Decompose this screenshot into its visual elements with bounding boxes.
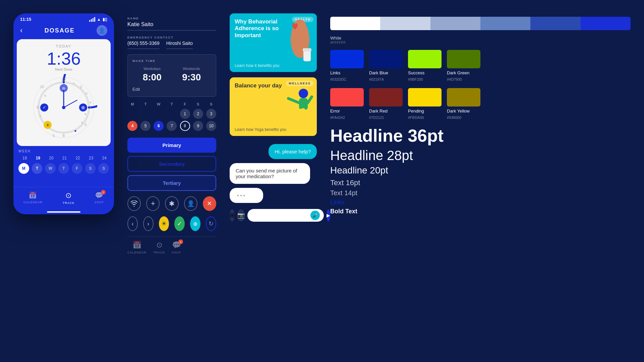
color-strip (330, 17, 631, 30)
strip-white (330, 17, 380, 30)
dark-green-swatch-hex: #4D7900 (447, 77, 480, 81)
cal-cell-5[interactable]: 5 (140, 121, 151, 131)
type-headline-36: Headline 36pt (330, 126, 631, 145)
typography-section: Headline 36pt Headline 28pt Headline 20p… (330, 126, 631, 215)
battery-icon: ▮▯ (103, 17, 107, 22)
qr-icon-btn[interactable]: ⊞ (230, 209, 235, 221)
svg-line-41 (308, 97, 312, 103)
dark-yellow-swatch-hex: #938000 (447, 116, 480, 120)
avatar[interactable]: 👤 (97, 25, 107, 36)
tab-track[interactable]: ⊙ TRACK (153, 241, 165, 254)
edit-label[interactable]: Edit (132, 87, 211, 92)
cal-cell-7[interactable]: 7 (167, 121, 177, 131)
pill-icon-btn[interactable]: ⊕ (190, 216, 200, 231)
swatch-group-2: Error #FA4242 Dark Red #7D2121 Pending #… (330, 88, 631, 120)
palette-section: White #FFFFFF Links #032DDC Dark Blue #0… (330, 13, 631, 215)
error-swatch-box (330, 88, 364, 106)
chat-icon: 💬 1 (95, 191, 104, 199)
svg-text:9: 9 (37, 105, 39, 110)
pending-swatch-hex: #FBDA00 (408, 116, 442, 120)
asterisk-icon-btn[interactable]: ✱ (165, 196, 178, 211)
person-icon-btn[interactable]: 👤 (184, 196, 197, 211)
nav-chat[interactable]: 💬 1 CHAT (95, 191, 104, 205)
cal-cell-9[interactable]: 9 (193, 121, 203, 131)
type-links[interactable]: Links (330, 199, 631, 206)
day-wednesday[interactable]: W (45, 163, 56, 174)
swatch-success: Success #9BF200 (408, 50, 442, 81)
refresh-icon-btn[interactable]: ↻ (206, 216, 216, 231)
cal-cell-4[interactable]: 4 (127, 121, 137, 131)
day-monday[interactable]: M (18, 163, 29, 174)
health-card[interactable]: HEALTH Why Behavorial Adherence is so Im… (230, 13, 317, 72)
wellness-card-title: Balance your day (235, 82, 290, 89)
wellness-card[interactable]: WELLNESS Balance your day (230, 77, 317, 136)
swatch-error: Error #FA4242 (330, 88, 364, 120)
cal-cell-10[interactable]: 10 (206, 121, 216, 131)
health-card-bottom: Learn how it benefits you (235, 63, 279, 68)
svg-text:2: 2 (80, 85, 82, 89)
phone-mockup: 11:15 ▲ ▮▯ ‹ DOSAGE 👤 TODAY (13, 13, 114, 214)
tertiary-button[interactable]: Tertiary (127, 175, 216, 191)
name-field: NAME Katie Saito (127, 17, 216, 30)
dark-red-swatch-box (369, 88, 403, 106)
back-button[interactable]: ‹ (20, 26, 22, 35)
error-swatch-hex: #FA4242 (330, 116, 364, 120)
svg-point-36 (299, 89, 308, 98)
cal-day-t: T (140, 102, 151, 106)
camera-icon-btn[interactable]: 📷 (237, 209, 245, 221)
day-friday[interactable]: F (72, 163, 82, 174)
dark-blue-swatch-box (369, 50, 403, 68)
nav-track[interactable]: ⊙ TRACK (63, 191, 75, 205)
cal-day-th: T (167, 102, 177, 106)
weekends-value: 9:30 (182, 72, 201, 83)
svg-text:4: 4 (84, 123, 86, 127)
chat-tab-label: CHAT (172, 251, 181, 254)
chevron-left-icon[interactable]: ‹ (127, 216, 138, 231)
day-tuesday[interactable]: T (32, 163, 43, 174)
cal-cell-2[interactable]: 2 (193, 109, 203, 119)
sun-icon-btn[interactable]: ☀ (159, 216, 169, 231)
strip-mid (430, 17, 480, 30)
svg-text:⊕: ⊕ (81, 105, 85, 110)
cal-cell-1[interactable]: 1 (180, 109, 190, 119)
svg-text:3: 3 (89, 105, 91, 110)
plus-icon-btn[interactable]: + (146, 196, 160, 211)
primary-button[interactable]: Primary (127, 138, 216, 153)
close-icon-btn[interactable]: ✕ (203, 196, 216, 211)
track-tab-icon: ⊙ (156, 241, 162, 249)
strip-blue (581, 17, 631, 30)
check-icon-btn[interactable]: ✓ (174, 216, 185, 231)
svg-text:10: 10 (40, 85, 44, 89)
calendar-tab-icon: 📅 (132, 241, 141, 249)
cal-cell-empty1 (127, 109, 137, 119)
dark-green-swatch-box (447, 50, 480, 68)
nav-calendar[interactable]: 📅 CALENDAR (23, 191, 43, 205)
day-saturday[interactable]: S (85, 163, 96, 174)
week-days: M T W T F S S (18, 163, 109, 174)
mic-button[interactable]: 🎤 (310, 211, 320, 220)
chat-input[interactable] (251, 213, 308, 218)
type-bold: Bold Text (330, 208, 631, 215)
dark-yellow-swatch-name: Dark Yellow (447, 108, 480, 114)
cal-cell-8[interactable]: 8 (180, 121, 190, 131)
chevron-right-icon[interactable]: › (143, 216, 154, 231)
secondary-button[interactable]: Secondary (127, 156, 216, 172)
cal-cell-3[interactable]: 3 (206, 109, 216, 119)
day-thursday[interactable]: T (58, 163, 69, 174)
strip-dark (480, 17, 530, 30)
cal-cell-6[interactable]: 6 (154, 121, 164, 131)
today-label: TODAY (56, 44, 72, 48)
emergency-label: EMERGENCY CONTACT (127, 36, 216, 39)
day-sunday[interactable]: S (98, 163, 109, 174)
error-swatch-name: Error (330, 108, 364, 114)
swatch-dark-yellow: Dark Yellow #938000 (447, 88, 480, 120)
wifi-icon-btn[interactable] (127, 196, 141, 211)
dark-green-swatch-name: Dark Green (447, 70, 480, 75)
tab-chat[interactable]: 💬 1 CHAT (172, 241, 181, 254)
svg-point-23 (73, 83, 75, 84)
svg-point-26 (40, 115, 41, 117)
strip-light (380, 17, 430, 30)
tab-calendar[interactable]: 📅 CALENDAR (127, 241, 147, 254)
chat-section: Hi, please help? Can you send me picture… (230, 144, 317, 222)
send-button[interactable]: ▶ (327, 209, 330, 221)
